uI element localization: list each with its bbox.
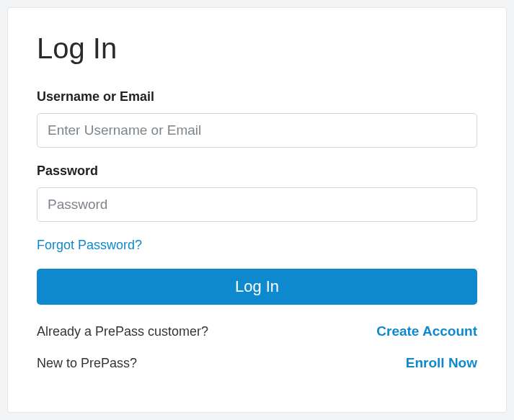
create-account-link[interactable]: Create Account <box>376 323 477 339</box>
existing-customer-question: Already a PrePass customer? <box>37 324 208 339</box>
username-input[interactable] <box>37 113 477 148</box>
existing-customer-row: Already a PrePass customer? Create Accou… <box>37 323 477 339</box>
password-label: Password <box>37 164 477 179</box>
login-button[interactable]: Log In <box>37 269 477 305</box>
password-input[interactable] <box>37 187 477 222</box>
login-card: Log In Username or Email Password Forgot… <box>7 7 507 413</box>
enroll-now-link[interactable]: Enroll Now <box>406 355 477 371</box>
forgot-password-link[interactable]: Forgot Password? <box>37 238 142 253</box>
new-customer-question: New to PrePass? <box>37 356 137 371</box>
username-label: Username or Email <box>37 89 477 104</box>
page-title: Log In <box>37 32 477 65</box>
new-customer-row: New to PrePass? Enroll Now <box>37 355 477 371</box>
